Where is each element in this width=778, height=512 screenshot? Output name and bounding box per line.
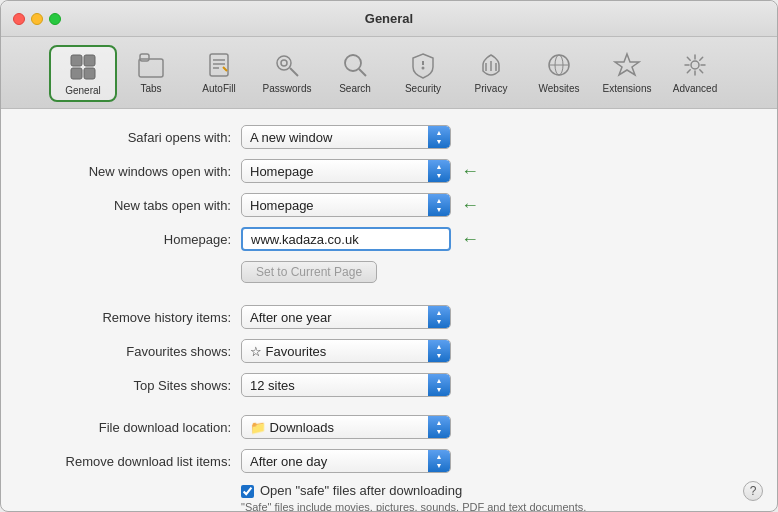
passwords-icon: [271, 49, 303, 81]
remove-history-value: After one year: [242, 310, 450, 325]
svg-point-24: [691, 61, 699, 69]
open-safe-files-checkbox[interactable]: [241, 485, 254, 498]
tabs-label: Tabs: [140, 83, 161, 94]
remove-download-value: After one day: [242, 454, 450, 469]
favourites-value: ☆ Favourites: [242, 344, 450, 359]
new-windows-value: Homepage: [242, 164, 450, 179]
passwords-label: Passwords: [263, 83, 312, 94]
svg-point-16: [422, 67, 425, 70]
toolbar-item-extensions[interactable]: Extensions: [593, 45, 661, 102]
remove-download-row: Remove download list items: After one da…: [21, 449, 757, 473]
search-icon: [339, 49, 371, 81]
homepage-row: Homepage: ←: [21, 227, 757, 251]
new-windows-control: Homepage ←: [241, 159, 757, 183]
toolbar: General Tabs AutoFill Passwords Search: [1, 37, 777, 109]
top-sites-control: 12 sites: [241, 373, 757, 397]
remove-download-control: After one day: [241, 449, 757, 473]
svg-line-11: [290, 68, 298, 76]
svg-rect-5: [140, 54, 149, 61]
window-title: General: [365, 11, 413, 26]
open-safe-files-row: Open "safe" files after downloading: [241, 483, 757, 498]
file-download-label: File download location:: [21, 420, 241, 435]
websites-label: Websites: [539, 83, 580, 94]
toolbar-item-security[interactable]: Security: [389, 45, 457, 102]
privacy-icon: [475, 49, 507, 81]
toolbar-item-websites[interactable]: Websites: [525, 45, 593, 102]
minimize-button[interactable]: [31, 13, 43, 25]
advanced-icon: [679, 49, 711, 81]
tabs-icon: [135, 49, 167, 81]
autofill-icon: [203, 49, 235, 81]
toolbar-item-passwords[interactable]: Passwords: [253, 45, 321, 102]
new-tabs-row: New tabs open with: Homepage ←: [21, 193, 757, 217]
main-window: General General Tabs AutoFill Passwords: [0, 0, 778, 512]
file-download-control: 📁 Downloads: [241, 415, 757, 439]
advanced-label: Advanced: [673, 83, 717, 94]
extensions-icon: [611, 49, 643, 81]
privacy-label: Privacy: [475, 83, 508, 94]
remove-download-label: Remove download list items:: [21, 454, 241, 469]
top-sites-label: Top Sites shows:: [21, 378, 241, 393]
security-label: Security: [405, 83, 441, 94]
security-icon: [407, 49, 439, 81]
homepage-label: Homepage:: [21, 232, 241, 247]
general-label: General: [65, 85, 101, 96]
fullscreen-button[interactable]: [49, 13, 61, 25]
homepage-indicator: ←: [461, 229, 479, 250]
top-sites-value: 12 sites: [242, 378, 450, 393]
svg-rect-1: [84, 55, 95, 66]
svg-rect-3: [84, 68, 95, 79]
safari-opens-label: Safari opens with:: [21, 130, 241, 145]
safari-opens-select[interactable]: A new window: [241, 125, 451, 149]
remove-download-select[interactable]: After one day: [241, 449, 451, 473]
new-tabs-select[interactable]: Homepage: [241, 193, 451, 217]
svg-point-10: [277, 56, 291, 70]
traffic-lights: [13, 13, 61, 25]
close-button[interactable]: [13, 13, 25, 25]
open-safe-files-label[interactable]: Open "safe" files after downloading: [260, 483, 462, 498]
autofill-label: AutoFill: [202, 83, 235, 94]
top-sites-select[interactable]: 12 sites: [241, 373, 451, 397]
safari-opens-control: A new window: [241, 125, 757, 149]
top-sites-row: Top Sites shows: 12 sites: [21, 373, 757, 397]
new-tabs-indicator: ←: [461, 195, 479, 216]
set-current-page-button[interactable]: Set to Current Page: [241, 261, 377, 283]
safari-opens-value: A new window: [242, 130, 450, 145]
help-button[interactable]: ?: [743, 481, 763, 501]
homepage-input[interactable]: [241, 227, 451, 251]
svg-point-13: [345, 55, 361, 71]
file-download-select[interactable]: 📁 Downloads: [241, 415, 451, 439]
file-download-value: 📁 Downloads: [242, 420, 450, 435]
toolbar-item-search[interactable]: Search: [321, 45, 389, 102]
favourites-control: ☆ Favourites: [241, 339, 757, 363]
remove-history-select[interactable]: After one year: [241, 305, 451, 329]
safari-opens-row: Safari opens with: A new window: [21, 125, 757, 149]
toolbar-item-tabs[interactable]: Tabs: [117, 45, 185, 102]
svg-rect-0: [71, 55, 82, 66]
toolbar-item-autofill[interactable]: AutoFill: [185, 45, 253, 102]
open-safe-files-description: "Safe" files include movies, pictures, s…: [241, 500, 591, 511]
extensions-label: Extensions: [603, 83, 652, 94]
new-windows-indicator: ←: [461, 161, 479, 182]
svg-line-14: [359, 69, 366, 76]
homepage-control: ←: [241, 227, 757, 251]
new-tabs-value: Homepage: [242, 198, 450, 213]
favourites-label: Favourites shows:: [21, 344, 241, 359]
content-area: Safari opens with: A new window New wind…: [1, 109, 777, 511]
titlebar: General: [1, 1, 777, 37]
new-tabs-control: Homepage ←: [241, 193, 757, 217]
svg-rect-6: [210, 54, 228, 76]
favourites-select[interactable]: ☆ Favourites: [241, 339, 451, 363]
set-current-row: Set to Current Page: [21, 261, 757, 293]
search-label: Search: [339, 83, 371, 94]
general-icon: [67, 51, 99, 83]
toolbar-item-advanced[interactable]: Advanced: [661, 45, 729, 102]
svg-point-12: [281, 60, 287, 66]
toolbar-item-general[interactable]: General: [49, 45, 117, 102]
remove-history-label: Remove history items:: [21, 310, 241, 325]
svg-rect-2: [71, 68, 82, 79]
remove-history-control: After one year: [241, 305, 757, 329]
toolbar-item-privacy[interactable]: Privacy: [457, 45, 525, 102]
new-windows-select[interactable]: Homepage: [241, 159, 451, 183]
file-download-row: File download location: 📁 Downloads: [21, 415, 757, 439]
